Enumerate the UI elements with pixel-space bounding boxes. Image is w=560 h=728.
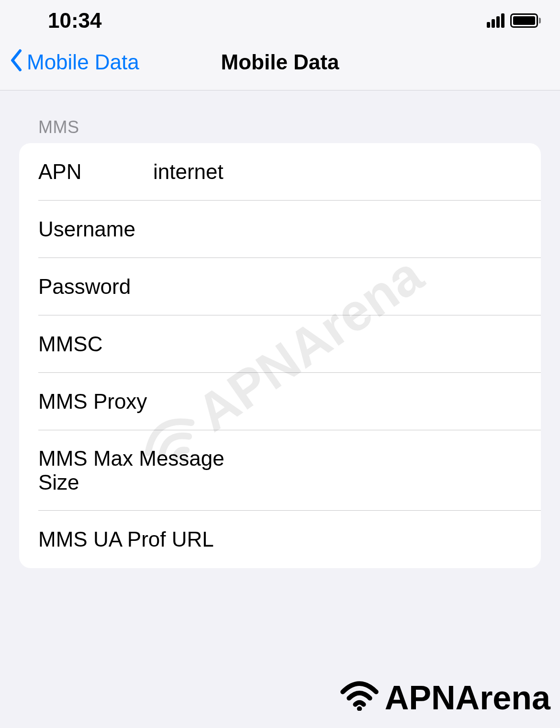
- mms-max-size-row[interactable]: MMS Max Message Size: [19, 430, 541, 511]
- mms-proxy-input[interactable]: [153, 390, 522, 414]
- status-bar: 10:34: [0, 0, 560, 37]
- password-input[interactable]: [153, 275, 522, 299]
- back-label: Mobile Data: [27, 50, 139, 74]
- battery-icon: [510, 13, 541, 28]
- apn-row[interactable]: APN: [19, 143, 541, 201]
- footer-logo: APNArena: [338, 677, 550, 718]
- mms-ua-prof-label: MMS UA Prof URL: [38, 527, 214, 551]
- mms-proxy-row[interactable]: MMS Proxy: [19, 373, 541, 430]
- wifi-icon: [338, 677, 381, 718]
- mms-ua-prof-input[interactable]: [214, 527, 522, 551]
- mms-max-size-label: MMS Max Message Size: [38, 447, 259, 494]
- password-row[interactable]: Password: [19, 258, 541, 315]
- chevron-left-icon: [10, 49, 23, 76]
- settings-group-mms: APN Username Password MMSC MMS Proxy MMS…: [19, 143, 541, 568]
- back-button[interactable]: Mobile Data: [10, 49, 139, 76]
- apn-label: APN: [38, 160, 153, 184]
- status-icons: [487, 13, 541, 28]
- username-input[interactable]: [153, 217, 522, 241]
- mms-proxy-label: MMS Proxy: [38, 390, 153, 414]
- username-row[interactable]: Username: [19, 201, 541, 258]
- footer-logo-text: APNArena: [385, 679, 550, 717]
- username-label: Username: [38, 217, 153, 241]
- mmsc-label: MMSC: [38, 332, 153, 356]
- nav-bar: Mobile Data Mobile Data: [0, 37, 560, 90]
- mmsc-row[interactable]: MMSC: [19, 315, 541, 373]
- mms-ua-prof-row[interactable]: MMS UA Prof URL: [19, 511, 541, 568]
- section-header-mms: MMS: [0, 90, 560, 143]
- page-title: Mobile Data: [221, 50, 339, 74]
- mmsc-input[interactable]: [153, 332, 522, 356]
- svg-point-1: [357, 706, 362, 711]
- status-time: 10:34: [48, 9, 102, 33]
- mms-max-size-input[interactable]: [259, 459, 522, 482]
- password-label: Password: [38, 275, 153, 299]
- apn-input[interactable]: [153, 160, 522, 184]
- signal-icon: [487, 13, 504, 28]
